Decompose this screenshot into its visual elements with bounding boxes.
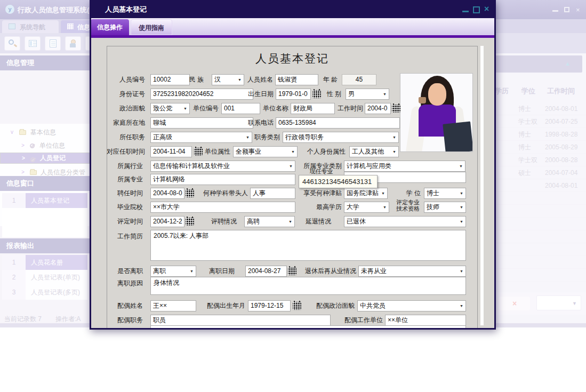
major-input[interactable]: 计算机网络 [150, 174, 295, 185]
unit-no-label: 单位编号 [193, 103, 219, 114]
resume-textarea[interactable]: 2005.7以来: 人事部 [150, 230, 466, 261]
birth-date-input[interactable]: 1979-01-0 [276, 89, 311, 100]
unit-name-label: 单位名称 [247, 103, 288, 114]
per-no-label: 人员编号 [95, 74, 145, 85]
spouse-unit-input[interactable]: ××单位 [385, 315, 466, 326]
work-time-input[interactable]: 2004-0 [365, 103, 391, 114]
dropdown-arrow-icon: ▼ [460, 205, 463, 210]
school-input[interactable]: ××市大学 [150, 202, 295, 213]
cur-title-label-line1: 现任专业 [301, 168, 341, 174]
spouse-politics-label: 配偶政治面貌 [299, 300, 355, 311]
dropdown-arrow-icon: ▼ [288, 220, 292, 224]
spouse-politics-select[interactable]: 中共党员▼ [357, 300, 466, 311]
school-label: 毕业院校 [95, 202, 143, 213]
dropdown-arrow-icon: ▼ [381, 191, 385, 196]
dropdown-arrow-icon: ▼ [460, 220, 463, 224]
industry-select[interactable]: 信息传输和计算机及软件业▼ [150, 161, 295, 172]
tab-user-guide[interactable]: 使用指南 [131, 19, 172, 35]
hire-time-input[interactable]: 2004-08-0 [150, 188, 184, 199]
pos-type-label: 职务类别 [249, 132, 280, 143]
home-input[interactable]: 聊城 [150, 117, 253, 129]
education-select[interactable]: 大学▼ [344, 202, 389, 213]
minimize-icon[interactable] [462, 11, 469, 12]
tab-info-operation[interactable]: 信息操作 [91, 19, 129, 35]
industry-label: 所属行业 [95, 161, 143, 172]
tech-qual-label: 评定专业 技术资格 [394, 199, 422, 212]
dropdown-arrow-icon: ▼ [460, 304, 463, 308]
dialog-titlebar[interactable]: 人员基本登记 × [90, 0, 496, 18]
birth-label: 出生日期 [239, 89, 274, 100]
unit-attr-label: 单位属性 [194, 146, 230, 157]
rework-select[interactable]: 未再从业▼ [358, 266, 466, 277]
personal-attr-select[interactable]: 工人及其他▼ [349, 146, 399, 157]
ethnicity-label: 民 族 [174, 74, 204, 85]
allowance-select[interactable]: 国务院津贴▼ [344, 188, 388, 199]
personnel-register-dialog: 人员基本登记 × 信息操作 使用指南 人员基本登记 人员编号 10002 民 族… [90, 0, 496, 330]
leave-date-input[interactable]: 2004-08-27 [245, 266, 287, 277]
age-label: 年 龄 [311, 74, 338, 85]
dropdown-arrow-icon: ▼ [383, 92, 387, 97]
is-leave-label: 是否离职 [95, 266, 143, 277]
spouse-name-input[interactable]: 王×× [150, 300, 196, 311]
major-cat-select[interactable]: 计算机与应用类▼ [344, 161, 465, 172]
maximize-icon[interactable] [473, 6, 480, 13]
politics-label: 政治面貌 [95, 103, 145, 114]
delay-retire-select[interactable]: 已退休▼ [344, 216, 466, 227]
degree-label: 学 位 [391, 188, 421, 199]
leave-reason-label: 离职原因 [95, 278, 143, 289]
calendar-icon[interactable] [392, 105, 400, 113]
gender-label: 性 别 [314, 89, 341, 100]
review-label: 评聘情况 [200, 216, 237, 227]
dropdown-arrow-icon: ▼ [460, 191, 463, 196]
dropdown-arrow-icon: ▼ [459, 164, 463, 169]
dropdown-arrow-icon: ▼ [291, 150, 295, 154]
politics-select[interactable]: 致公党▼ [150, 103, 190, 114]
calendar-icon[interactable] [186, 218, 194, 226]
major-label: 所属专业 [95, 174, 143, 185]
appoint-time-input[interactable]: 2004-11-04 [150, 146, 192, 157]
education-label: 最高学历 [301, 202, 342, 213]
position-label: 所任职务 [95, 132, 145, 143]
unit-attr-select[interactable]: 全额事业▼ [233, 146, 298, 157]
remark-label: 备 注 [95, 326, 143, 330]
tooltip: 446132134546543131 [299, 175, 378, 188]
leave-date-label: 离职日期 [189, 266, 235, 277]
personnel-photo [400, 73, 473, 152]
dropdown-arrow-icon: ▼ [392, 135, 396, 140]
phone-input[interactable]: 0635-135984 [276, 117, 400, 129]
tech-qual-select[interactable]: 技师▼ [424, 202, 466, 213]
allowance-label: 享受何种津贴 [292, 188, 342, 199]
leave-reason-textarea[interactable]: 身体情况 [150, 277, 466, 295]
gender-select[interactable]: 男▼ [346, 89, 389, 100]
dropdown-arrow-icon: ▼ [392, 150, 396, 154]
discipline-input[interactable]: 人事 [250, 188, 295, 199]
delay-retire-label: 延退情况 [295, 216, 331, 227]
appoint-time-label: 对应任职时间 [95, 146, 145, 157]
discipline-label: 何种学科带头人 [192, 188, 248, 199]
spouse-pos-input[interactable]: 职员 [150, 315, 331, 326]
id-no-input[interactable]: 37252319820204652 [150, 89, 253, 100]
degree-select[interactable]: 博士▼ [424, 188, 466, 199]
rework-label: 退休后再从业情况 [292, 266, 356, 277]
home-label: 家庭所在地 [95, 117, 145, 129]
spouse-birth-label: 配偶出生年月 [192, 300, 245, 311]
resume-label: 工作简历 [95, 231, 143, 242]
scroll-strip[interactable] [480, 46, 484, 325]
id-no-label: 身份证号 [95, 89, 145, 100]
tech-qual-label-line2: 技术资格 [394, 205, 422, 212]
tech-qual-label-line1: 评定专业 [394, 199, 422, 205]
review-select[interactable]: 高聘▼ [244, 216, 295, 227]
position-select[interactable]: 正高级▼ [150, 132, 252, 143]
form-title: 人员基本登记 [107, 51, 478, 66]
spouse-pos-label: 配偶职务 [95, 315, 143, 326]
spouse-birth-input[interactable]: 1979-12-15 [248, 300, 291, 311]
assess-time-input[interactable]: 2004-12-2 [150, 216, 184, 227]
dropdown-arrow-icon: ▼ [183, 107, 187, 111]
photo-art [443, 121, 473, 152]
remark-input[interactable] [150, 325, 466, 330]
close-icon[interactable]: × [484, 4, 489, 14]
phone-label: 联系电话 [239, 117, 274, 129]
work-time-label: 工作时间 [322, 103, 363, 114]
pos-type-select[interactable]: 行政领导职务▼ [283, 132, 399, 143]
personal-attr-label: 个人身份属性 [295, 146, 346, 157]
